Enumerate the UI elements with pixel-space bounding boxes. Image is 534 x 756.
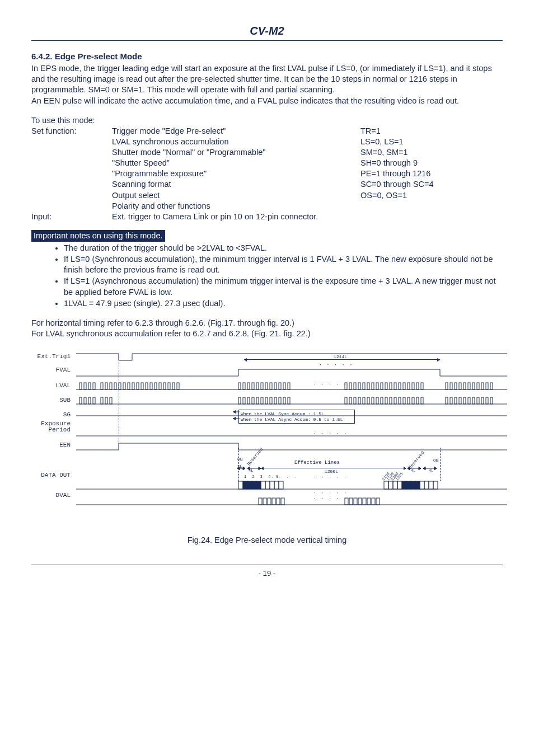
svg-rect-135 bbox=[261, 481, 265, 489]
svg-rect-89 bbox=[367, 397, 369, 404]
figure-caption: Fig.24. Edge Pre-select mode vertical ti… bbox=[31, 535, 503, 546]
effective-lines-label: Effective Lines bbox=[294, 460, 340, 467]
svg-rect-11 bbox=[128, 383, 130, 389]
svg-rect-145 bbox=[406, 481, 411, 489]
svg-rect-28 bbox=[261, 383, 263, 389]
svg-rect-4 bbox=[93, 383, 95, 389]
span-label-1214L: 1214L bbox=[334, 354, 347, 360]
svg-rect-3 bbox=[88, 383, 91, 389]
important-notes-heading: Important notes on using this mode. bbox=[31, 230, 165, 242]
svg-rect-19 bbox=[163, 383, 166, 389]
svg-rect-105 bbox=[459, 397, 461, 404]
svg-rect-58 bbox=[468, 383, 470, 389]
svg-rect-63 bbox=[490, 383, 493, 389]
svg-rect-27 bbox=[256, 383, 259, 389]
svg-rect-76 bbox=[256, 397, 259, 404]
span-label-1200L: 1200L bbox=[325, 469, 338, 475]
svg-rect-98 bbox=[407, 397, 410, 404]
svg-rect-37 bbox=[354, 383, 356, 389]
svg-rect-52 bbox=[421, 383, 423, 389]
svg-rect-75 bbox=[252, 397, 254, 404]
svg-rect-146 bbox=[411, 481, 415, 489]
signal-label: DATA OUT bbox=[31, 471, 71, 491]
svg-rect-9 bbox=[119, 383, 121, 389]
svg-rect-138 bbox=[274, 481, 279, 489]
reference-lines: For horizontal timing refer to 6.2.3 thr… bbox=[31, 318, 503, 339]
svg-rect-5 bbox=[101, 383, 103, 389]
svg-marker-115 bbox=[233, 417, 236, 420]
svg-rect-30 bbox=[270, 383, 272, 389]
svg-rect-106 bbox=[463, 397, 466, 404]
svg-rect-72 bbox=[238, 397, 241, 404]
svg-rect-97 bbox=[403, 397, 405, 404]
svg-rect-84 bbox=[345, 397, 347, 404]
svg-rect-165 bbox=[372, 498, 375, 505]
svg-rect-82 bbox=[283, 397, 285, 404]
page-number: - 19 - bbox=[31, 569, 503, 578]
svg-rect-16 bbox=[150, 383, 152, 389]
svg-rect-108 bbox=[472, 397, 475, 404]
page-header-title: CV-M2 bbox=[31, 24, 503, 38]
signal-label: EEN bbox=[31, 441, 71, 471]
svg-rect-39 bbox=[363, 383, 365, 389]
svg-rect-96 bbox=[399, 397, 401, 404]
svg-rect-110 bbox=[481, 397, 484, 404]
signal-label: Ext.Trig1 bbox=[31, 353, 71, 366]
svg-rect-14 bbox=[141, 383, 143, 389]
signal-data-out bbox=[71, 480, 507, 491]
svg-rect-25 bbox=[247, 383, 250, 389]
setting-value: SM=0, SM=1 bbox=[360, 147, 436, 158]
setting-value: SH=0 through 9 bbox=[360, 158, 436, 168]
svg-rect-68 bbox=[93, 397, 95, 404]
timing-diagram: Ext.Trig1 FVAL LVAL SUB SG Exposure Peri… bbox=[31, 353, 503, 526]
svg-rect-91 bbox=[376, 397, 378, 404]
svg-rect-66 bbox=[84, 397, 86, 404]
svg-rect-40 bbox=[367, 383, 369, 389]
svg-rect-12 bbox=[132, 383, 134, 389]
svg-rect-147 bbox=[415, 481, 420, 489]
svg-rect-7 bbox=[110, 383, 112, 389]
svg-rect-38 bbox=[358, 383, 360, 389]
svg-rect-13 bbox=[137, 383, 139, 389]
svg-rect-149 bbox=[424, 481, 429, 489]
settings-block: To use this mode: Set function: Trigger … bbox=[31, 115, 436, 222]
dots: · · · · · bbox=[317, 362, 355, 368]
svg-rect-102 bbox=[446, 397, 448, 404]
signal-lval bbox=[71, 382, 507, 392]
svg-rect-157 bbox=[277, 498, 280, 505]
svg-rect-132 bbox=[247, 481, 252, 489]
svg-rect-139 bbox=[279, 481, 283, 489]
svg-rect-140 bbox=[384, 481, 388, 489]
svg-rect-50 bbox=[412, 383, 414, 389]
ob-label-right: OB bbox=[433, 458, 439, 464]
svg-rect-62 bbox=[486, 383, 488, 389]
setting-name: "Programmable exposure" bbox=[112, 168, 360, 179]
svg-rect-101 bbox=[421, 397, 423, 404]
svg-rect-65 bbox=[79, 397, 82, 404]
section-heading: 6.4.2. Edge Pre-select Mode bbox=[31, 51, 503, 62]
setting-value: OS=0, OS=1 bbox=[360, 190, 436, 201]
small-span-arrows-icon bbox=[236, 466, 270, 471]
dots: · · · · · bbox=[311, 431, 350, 437]
svg-rect-26 bbox=[252, 383, 254, 389]
settings-label-set-function: Set function: bbox=[31, 126, 112, 137]
svg-rect-148 bbox=[420, 481, 424, 489]
svg-rect-78 bbox=[265, 397, 268, 404]
svg-rect-46 bbox=[394, 383, 396, 389]
note-item: 1LVAL = 47.9 μsec (single). 27.3 μsec (d… bbox=[64, 298, 503, 309]
svg-rect-59 bbox=[472, 383, 475, 389]
ref-line-2: For LVAL synchronous accumulation refer … bbox=[31, 328, 503, 339]
svg-rect-95 bbox=[394, 397, 396, 404]
signal-label: DVAL bbox=[31, 491, 71, 506]
accum-note-box: When the LVAL Sync Accum : 1.5L When the… bbox=[238, 410, 355, 424]
note-item: The duration of the trigger should be >2… bbox=[64, 243, 503, 253]
svg-rect-100 bbox=[416, 397, 419, 404]
svg-rect-151 bbox=[433, 481, 438, 489]
signal-een bbox=[71, 442, 507, 452]
svg-rect-48 bbox=[403, 383, 405, 389]
note-async: When the LVAL Async Accum: 0.5 to 1.5L bbox=[241, 417, 353, 422]
svg-rect-41 bbox=[372, 383, 374, 389]
svg-rect-23 bbox=[238, 383, 241, 389]
svg-rect-131 bbox=[243, 481, 247, 489]
svg-rect-144 bbox=[402, 481, 406, 489]
